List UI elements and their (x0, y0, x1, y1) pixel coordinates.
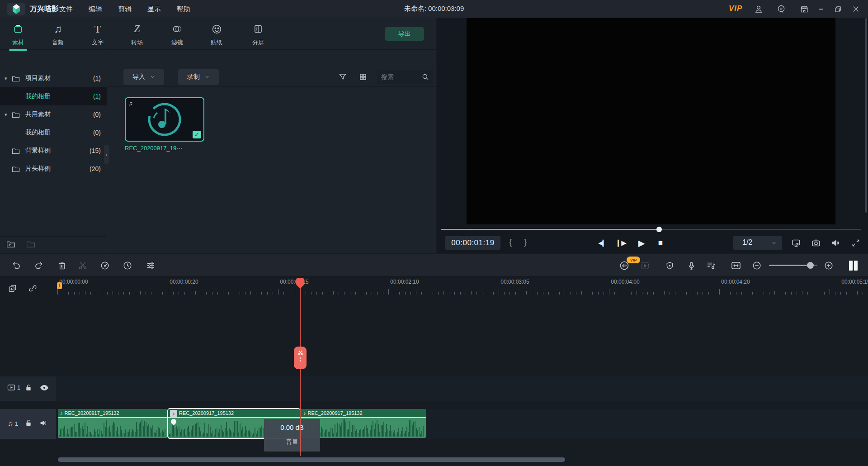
tree-item-project-media[interactable]: ▾ 项目素材 (1) (0, 69, 107, 87)
seek-bar[interactable] (441, 228, 861, 231)
timeline-ruler[interactable]: 00:00:00:00 00:00:00:20 00:00:01:15 00:0… (0, 277, 868, 295)
library-tree: ▾ 项目素材 (1) 我的相册 (1) ▾ 共用素材 (0) 我的相册 (0) (0, 50, 107, 253)
clip-note-icon: ♪ (60, 410, 63, 416)
restore-button[interactable] (832, 4, 843, 14)
timeline-zoom-slider[interactable] (769, 265, 817, 266)
vip-feature-badge: VIP (627, 257, 640, 263)
tree-item-my-album[interactable]: 我的相册 (1) (0, 87, 107, 105)
tab-filter[interactable]: 滤镜 (163, 22, 192, 49)
seek-progress (441, 229, 659, 230)
volume-label: 音量 (264, 438, 320, 446)
media-item-audio[interactable]: ♫ ✓ (125, 97, 204, 142)
zoom-out-button[interactable] (750, 259, 764, 272)
video-screen[interactable] (467, 18, 835, 224)
selected-checkbox[interactable]: ✓ (193, 131, 201, 138)
tab-audio[interactable]: ♫ 音频 (43, 22, 72, 49)
adjust-settings-button[interactable] (144, 259, 157, 272)
playhead-handle[interactable] (296, 278, 304, 286)
tree-item-intro-samples[interactable]: 片头样例 (20) (0, 160, 107, 178)
minimize-button[interactable]: − (816, 4, 826, 14)
mark-out-icon[interactable]: } (524, 237, 527, 247)
mute-speaker-icon[interactable] (829, 237, 843, 249)
undo-button[interactable] (9, 259, 23, 272)
volume-value: 0.00 dB (264, 423, 320, 431)
clip-note-icon: ♪ (170, 410, 177, 417)
export-button[interactable]: 导出 (385, 27, 424, 41)
record-button[interactable]: 录制 (178, 69, 219, 85)
zoom-slider-handle[interactable] (807, 262, 814, 269)
play-button[interactable]: ▶ (635, 237, 648, 249)
fullscreen-icon[interactable] (849, 237, 863, 249)
caret-down-icon[interactable]: ▾ (5, 112, 10, 118)
timeline-area: 00:00:00:00 00:00:00:20 00:00:01:15 00:0… (0, 277, 868, 466)
tab-media[interactable]: 素材 (4, 22, 33, 49)
delete-folder-icon[interactable] (26, 240, 35, 248)
store-icon[interactable] (799, 4, 810, 14)
audio-clip-1[interactable]: ♪ REC_20200917_195132 (58, 409, 167, 438)
audio-lock-icon[interactable] (25, 419, 32, 427)
zoom-in-button[interactable] (822, 259, 835, 272)
tab-transition[interactable]: Z 转场 (123, 22, 151, 49)
tab-text[interactable]: T 文字 (83, 22, 112, 49)
timeline-marker[interactable] (57, 282, 62, 289)
audio-thumb-icon (126, 98, 203, 141)
media-browser: 导入 录制 (108, 50, 436, 253)
tree-footer (0, 236, 107, 248)
tree-item-shared-media[interactable]: ▾ 共用素材 (0) (0, 105, 107, 124)
account-icon[interactable] (753, 4, 764, 14)
preview-quality-select[interactable]: 1/2 (733, 236, 782, 250)
application-window: 万兴喵影 文件 编辑 剪辑 显示 帮助 未命名: 00:00:03:09 VIP… (0, 0, 868, 466)
grid-view-icon[interactable] (359, 73, 367, 81)
titlebar: 万兴喵影 文件 编辑 剪辑 显示 帮助 未命名: 00:00:03:09 VIP… (0, 0, 868, 18)
display-device-icon[interactable] (789, 237, 803, 249)
video-lock-icon[interactable] (25, 384, 32, 392)
video-track-icon: 1 (7, 384, 20, 391)
quick-split-scissors-button[interactable] (294, 347, 307, 369)
filter-funnel-icon[interactable] (338, 72, 347, 81)
fit-timeline-button[interactable] (729, 259, 743, 272)
previous-frame-button[interactable]: ◀▎ (596, 237, 609, 249)
track-manager-button[interactable] (846, 259, 860, 272)
next-frame-button[interactable]: ▎▶ (615, 237, 629, 249)
preview-scrollbar[interactable] (865, 18, 867, 213)
feedback-icon[interactable] (776, 4, 787, 14)
timeline-scrollbar-thumb[interactable] (58, 457, 565, 462)
ruler-ticks (57, 289, 868, 295)
media-item-filename: REC_20200917_19⋯ (125, 145, 204, 152)
redo-button[interactable] (32, 259, 46, 272)
delete-button[interactable] (55, 259, 69, 272)
timeline-scrollbar (0, 457, 868, 463)
smiley-icon (202, 22, 231, 36)
tab-splitscreen[interactable]: 分屏 (244, 22, 273, 49)
record-voiceover-button[interactable] (684, 259, 698, 272)
mark-shield-button[interactable] (663, 259, 676, 272)
new-folder-icon[interactable] (6, 240, 15, 248)
video-visibility-icon[interactable] (40, 384, 49, 391)
audio-mixer-button[interactable] (704, 259, 718, 272)
media-bag-icon (4, 22, 33, 36)
folder-icon (12, 75, 20, 82)
waveform (302, 419, 425, 437)
render-preview-button[interactable] (638, 259, 652, 272)
search-icon[interactable] (421, 73, 429, 81)
stop-button[interactable]: ■ (654, 237, 667, 249)
seek-handle[interactable] (656, 227, 662, 232)
close-button[interactable] (850, 4, 861, 14)
caret-down-icon[interactable]: ▾ (5, 76, 10, 81)
vip-badge[interactable]: VIP (729, 4, 742, 13)
folder-icon (12, 166, 20, 172)
tab-sticker[interactable]: 贴纸 (202, 22, 231, 49)
tree-item-my-album-shared[interactable]: 我的相册 (0) (0, 124, 107, 142)
speed-button[interactable] (98, 259, 112, 272)
clip-name: REC_20200917_195132 (65, 410, 119, 416)
import-button[interactable]: 导入 (123, 69, 164, 85)
split-scissors-button[interactable] (76, 259, 90, 272)
search-input[interactable] (381, 73, 421, 81)
duration-button[interactable] (121, 259, 134, 272)
mark-in-icon[interactable]: { (509, 237, 512, 247)
media-toolbar: 导入 录制 (108, 50, 436, 87)
audio-mute-icon[interactable] (40, 419, 48, 427)
snapshot-camera-icon[interactable] (809, 237, 823, 249)
preview-panel: 00:00:01:19 { } ◀▎ ▎▶ ▶ ■ 1/2 (437, 18, 868, 253)
tree-item-background-samples[interactable]: 背景样例 (15) (0, 142, 107, 160)
